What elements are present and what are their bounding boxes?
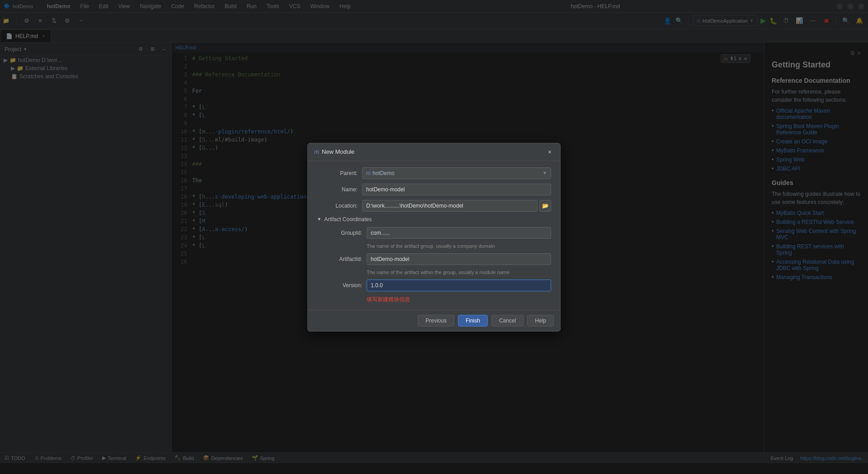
groupid-hint: The name of the artifact group, usually … bbox=[321, 243, 551, 249]
modal-overlay: m New Module × Parent: m hotDemo ▼ Name: bbox=[0, 0, 868, 474]
version-row: Version: bbox=[321, 280, 551, 291]
artifact-section-header[interactable]: ▼ Artifact Coordinates bbox=[317, 216, 551, 223]
error-message: 填写新建模块信息 bbox=[321, 296, 551, 303]
groupid-label: GroupId: bbox=[321, 230, 367, 236]
dialog-title: m New Module bbox=[314, 148, 354, 155]
artifactid-row: ArtifactId: bbox=[321, 253, 551, 265]
dialog-close-button[interactable]: × bbox=[546, 148, 554, 156]
location-input[interactable] bbox=[362, 200, 538, 212]
parent-value: hotDemo bbox=[373, 170, 395, 176]
new-module-dialog: m New Module × Parent: m hotDemo ▼ Name: bbox=[307, 143, 561, 332]
finish-button[interactable]: Finish bbox=[458, 315, 488, 327]
name-input[interactable] bbox=[362, 184, 551, 195]
groupid-row: GroupId: bbox=[321, 227, 551, 239]
parent-select[interactable]: m hotDemo ▼ bbox=[362, 167, 551, 179]
dialog-body: Parent: m hotDemo ▼ Name: Location: 📂 bbox=[308, 161, 560, 310]
parent-chevron-icon: ▼ bbox=[542, 171, 547, 175]
artifactid-input[interactable] bbox=[367, 253, 551, 265]
browse-button[interactable]: 📂 bbox=[539, 200, 551, 212]
parent-module-icon: m bbox=[366, 170, 371, 176]
dialog-title-text: New Module bbox=[322, 148, 354, 155]
parent-label: Parent: bbox=[317, 170, 362, 176]
groupid-input[interactable] bbox=[367, 227, 551, 239]
section-chevron-icon: ▼ bbox=[317, 217, 321, 222]
artifactid-hint: The name of the artifact within the grou… bbox=[321, 270, 551, 275]
parent-row: Parent: m hotDemo ▼ bbox=[317, 167, 551, 179]
location-row: Location: 📂 bbox=[317, 200, 551, 212]
version-label: Version: bbox=[321, 282, 367, 289]
version-input[interactable] bbox=[367, 280, 551, 291]
name-row: Name: bbox=[317, 184, 551, 195]
artifact-section-title: Artifact Coordinates bbox=[324, 216, 372, 223]
previous-button[interactable]: Previous bbox=[418, 315, 454, 327]
dialog-header: m New Module × bbox=[308, 143, 560, 161]
dialog-footer: Previous Finish Cancel Help bbox=[308, 310, 560, 331]
location-label: Location: bbox=[317, 203, 362, 209]
name-label: Name: bbox=[317, 186, 362, 193]
artifact-section: GroupId: The name of the artifact group,… bbox=[317, 227, 551, 303]
cancel-button[interactable]: Cancel bbox=[491, 315, 524, 327]
artifactid-label: ArtifactId: bbox=[321, 256, 367, 262]
help-button[interactable]: Help bbox=[527, 315, 554, 327]
dialog-icon: m bbox=[314, 148, 319, 155]
